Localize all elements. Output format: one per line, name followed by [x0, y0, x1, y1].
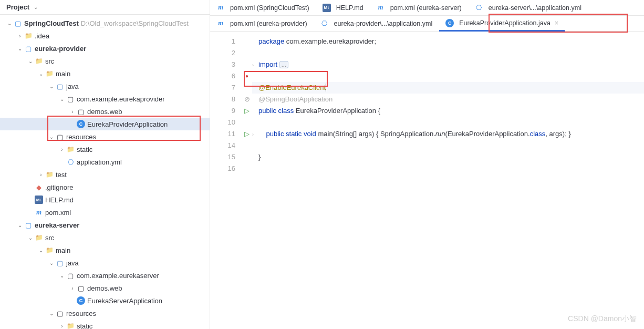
fold-icon[interactable]: ›	[252, 129, 258, 140]
chevron-down-icon[interactable]: ⌄	[47, 260, 56, 266]
class-icon: C	[445, 19, 454, 27]
chevron-right-icon[interactable]: ›	[68, 109, 77, 115]
tree-item-server-app[interactable]: CEurekaServerApplication	[0, 294, 210, 307]
class-icon: C	[77, 120, 85, 128]
module-icon: ▢	[14, 19, 22, 27]
tree-item-main[interactable]: ⌄main	[0, 244, 210, 256]
chevron-down-icon[interactable]: ⌄	[26, 235, 35, 241]
chevron-right-icon[interactable]: ›	[16, 33, 24, 39]
chevron-right-icon[interactable]: ›	[58, 323, 66, 329]
package-icon: ▢	[66, 95, 75, 103]
chevron-down-icon[interactable]: ⌄	[47, 134, 56, 140]
chevron-down-icon[interactable]: ⌄	[37, 248, 45, 253]
watermark: CSDN @Damon小智	[568, 314, 637, 324]
tree-item-package[interactable]: ⌄▢com.example.eurekaprovider	[0, 92, 210, 105]
folder-icon	[66, 322, 75, 329]
chevron-right-icon[interactable]: ›	[68, 285, 77, 291]
project-root[interactable]: ⌄ ▢ SpringCloudTest D:\Old_workspace\Spr…	[0, 17, 210, 29]
chevron-right-icon[interactable]: ›	[58, 147, 66, 152]
panel-header[interactable]: Project ⌄	[0, 0, 210, 15]
gutter-icons: ●⊘▷▷	[242, 32, 252, 329]
tab-pom-eureka-provider[interactable]: mpom.xml (eureka-provider)	[210, 16, 314, 31]
yml-icon: ⎔	[475, 4, 483, 12]
chevron-down-icon[interactable]: ⌄	[32, 4, 40, 10]
tree-item-pom[interactable]: mpom.xml	[0, 206, 210, 219]
tree-item-test[interactable]: ›test	[0, 168, 210, 181]
tab-server-app-yml[interactable]: ⎔eureka-server\...\application.yml	[469, 0, 588, 15]
tree-item-gitignore[interactable]: ◆.gitignore	[0, 181, 210, 193]
project-tree[interactable]: ⌄ ▢ SpringCloudTest D:\Old_workspace\Spr…	[0, 15, 210, 329]
annotation-enable-eureka-client: @EnableEurekaClient	[258, 84, 326, 91]
class-icon: C	[77, 296, 85, 305]
resources-folder-icon: ▢	[56, 309, 64, 317]
code-content[interactable]: package com.example.eurekaprovider; ›imp…	[252, 32, 644, 329]
folder-icon	[24, 32, 33, 40]
chevron-down-icon[interactable]: ⌄	[58, 96, 66, 102]
tree-item-java[interactable]: ⌄▢java	[0, 256, 210, 269]
tree-item-src[interactable]: ⌄src	[0, 55, 210, 67]
project-tool-window: Project ⌄ ⌄ ▢ SpringCloudTest D:\Old_wor…	[0, 0, 210, 329]
tree-item-resources[interactable]: ⌄▢resources	[0, 307, 210, 320]
package-icon: ▢	[77, 284, 85, 292]
module-icon: ▢	[24, 44, 33, 53]
code-editor[interactable]: 12367891011141516 ●⊘▷▷ package com.examp…	[210, 32, 644, 329]
tree-item-demos-web[interactable]: ›▢demos.web	[0, 282, 210, 294]
annotation-springboot-deprecated: @SpringBootApplication	[258, 95, 333, 103]
tree-item-static[interactable]: ›static	[0, 320, 210, 329]
folder-icon	[35, 57, 43, 65]
maven-icon: m	[35, 208, 43, 217]
folder-icon	[45, 69, 54, 78]
chevron-down-icon[interactable]: ⌄	[47, 311, 56, 316]
error-icon[interactable]: ●	[245, 70, 248, 82]
package-icon: ▢	[66, 271, 75, 280]
tree-item-idea[interactable]: ›.idea	[0, 29, 210, 42]
run-icon[interactable]: ▷	[244, 105, 250, 117]
tree-item-main[interactable]: ⌄main	[0, 67, 210, 80]
chevron-down-icon[interactable]: ⌄	[58, 273, 66, 279]
tab-row-2: mpom.xml (eureka-provider) ⎔eureka-provi…	[210, 16, 644, 32]
tree-item-help[interactable]: M↓HELP.md	[0, 193, 210, 206]
tree-item-package[interactable]: ⌄▢com.example.eurekaserver	[0, 269, 210, 282]
run-icon[interactable]: ▷	[244, 128, 250, 140]
tree-item-static[interactable]: ›static	[0, 143, 210, 156]
maven-icon: m	[377, 4, 385, 12]
tree-item-resources[interactable]: ⌄▢resources	[0, 130, 210, 143]
no-entry-icon[interactable]: ⊘	[244, 94, 250, 105]
tree-item-demos-web[interactable]: ›▢demos.web	[0, 105, 210, 118]
tree-item-provider-app[interactable]: CEurekaProviderApplication	[0, 118, 210, 130]
tree-item-src[interactable]: ⌄src	[0, 231, 210, 244]
close-icon[interactable]: ×	[555, 19, 558, 27]
chevron-down-icon[interactable]: ⌄	[16, 46, 24, 52]
tab-provider-app-yml[interactable]: ⎔eureka-provider\...\application.yml	[314, 16, 440, 31]
tree-item-java[interactable]: ⌄▢java	[0, 80, 210, 92]
chevron-down-icon[interactable]: ⌄	[5, 20, 14, 26]
maven-icon: m	[216, 4, 225, 12]
folded-region[interactable]: ...	[279, 61, 288, 68]
source-folder-icon: ▢	[56, 259, 64, 267]
tree-item-app-yml[interactable]: ⎔application.yml	[0, 156, 210, 168]
fold-icon[interactable]: ›	[252, 59, 258, 71]
markdown-icon: M↓	[35, 196, 43, 204]
package-icon: ▢	[77, 107, 85, 116]
chevron-down-icon[interactable]: ⌄	[47, 84, 56, 89]
markdown-icon: M↓	[323, 4, 331, 12]
chevron-down-icon[interactable]: ⌄	[37, 71, 45, 77]
folder-icon	[45, 246, 54, 254]
tree-label: SpringCloudTest	[24, 19, 79, 27]
yml-icon: ⎔	[66, 158, 75, 166]
tree-item-server[interactable]: ⌄▢eureka-server	[0, 219, 210, 231]
chevron-down-icon[interactable]: ⌄	[26, 58, 35, 64]
tab-row-1: mpom.xml (SpringCloudTest) M↓HELP.md mpo…	[210, 0, 644, 16]
module-icon: ▢	[24, 221, 33, 229]
tree-item-provider[interactable]: ⌄▢eureka-provider	[0, 42, 210, 55]
panel-title: Project	[6, 3, 29, 11]
tab-pom-springcloudtest[interactable]: mpom.xml (SpringCloudTest)	[210, 0, 316, 15]
chevron-right-icon[interactable]: ›	[37, 172, 45, 178]
tab-provider-app-java[interactable]: CEurekaProviderApplication.java×	[439, 16, 565, 32]
tree-path: D:\Old_workspace\SpringCloudTest	[81, 19, 189, 27]
tab-pom-eureka-server[interactable]: mpom.xml (eureka-server)	[370, 0, 469, 15]
tab-help-md[interactable]: M↓HELP.md	[316, 0, 370, 15]
git-icon: ◆	[35, 183, 43, 191]
line-number-gutter: 12367891011141516	[210, 32, 242, 329]
chevron-down-icon[interactable]: ⌄	[16, 222, 24, 228]
